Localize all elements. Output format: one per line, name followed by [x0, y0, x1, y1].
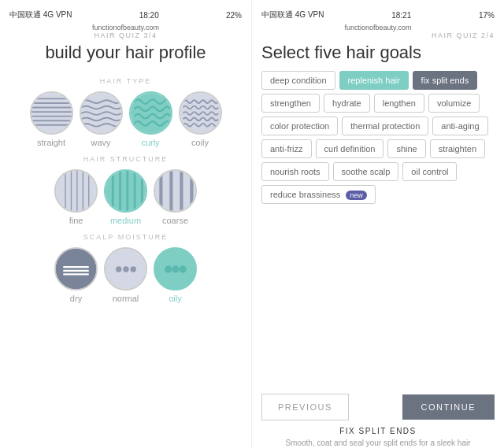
goal-shine[interactable]: shine	[387, 139, 425, 158]
hair-type-coily[interactable]: coily	[179, 91, 222, 147]
scalp-dry[interactable]: dry	[54, 247, 98, 303]
footer-desc: Smooth, coat and seal your split ends fo…	[261, 438, 495, 448]
svg-rect-17	[106, 171, 146, 211]
normal-circle	[104, 247, 147, 291]
straight-circle	[30, 91, 73, 135]
right-url: functionofbeauty.com	[261, 24, 495, 31]
left-carrier: 中国联通 4G VPN	[9, 9, 72, 20]
right-status-bar: 中国联通 4G VPN 18:21 17%	[261, 8, 495, 22]
goals-grid: deep condition replenish hair fix split …	[261, 71, 495, 204]
right-page-title: Select five hair goals	[261, 43, 495, 63]
normal-svg	[106, 249, 146, 289]
coily-label: coily	[191, 138, 209, 147]
scalp-moisture-label: SCALP MOISTURE	[83, 233, 168, 241]
hair-structure-coarse[interactable]: coarse	[154, 169, 197, 225]
left-url: functionofbeauty.com	[92, 24, 159, 31]
continue-button[interactable]: CONTINUE	[402, 394, 495, 420]
svg-point-37	[165, 266, 172, 273]
goal-anti-frizz[interactable]: anti-frizz	[261, 139, 312, 158]
goal-volumize[interactable]: volumize	[428, 94, 480, 113]
goal-strengthen[interactable]: strengthen	[261, 94, 320, 113]
previous-button[interactable]: PREVIOUS	[261, 394, 349, 420]
wavy-svg	[81, 93, 121, 133]
goal-oil-control[interactable]: oil control	[402, 162, 457, 181]
hair-type-curly[interactable]: curly	[129, 91, 172, 147]
svg-point-35	[131, 267, 136, 272]
left-battery: 22%	[226, 11, 242, 20]
goal-lengthen[interactable]: lengthen	[374, 94, 424, 113]
curly-svg	[131, 93, 171, 133]
goal-deep-condition[interactable]: deep condition	[261, 71, 335, 90]
medium-circle	[104, 169, 147, 213]
normal-label: normal	[113, 294, 139, 303]
straight-svg	[32, 93, 72, 133]
left-panel: 中国联通 4G VPN 18:20 22% functionofbeauty.c…	[0, 0, 252, 448]
straight-label: straight	[37, 138, 65, 147]
right-battery: 17%	[479, 11, 495, 20]
svg-point-34	[123, 267, 128, 272]
bottom-buttons: PREVIOUS CONTINUE	[261, 386, 495, 427]
fine-label: fine	[69, 216, 83, 225]
curly-label: curly	[141, 138, 159, 147]
goal-thermal-protection[interactable]: thermal protection	[342, 117, 428, 135]
medium-label: medium	[110, 216, 141, 225]
svg-point-39	[180, 266, 187, 273]
wavy-circle	[80, 91, 123, 135]
svg-point-33	[116, 267, 121, 272]
coarse-label: coarse	[162, 216, 188, 225]
oily-label: oily	[169, 294, 182, 303]
left-page-title: build your hair profile	[45, 43, 206, 63]
goal-anti-aging[interactable]: anti-aging	[432, 117, 487, 135]
curly-circle	[129, 91, 172, 135]
medium-svg	[106, 171, 146, 211]
goal-fix-split-ends[interactable]: fix split ends	[413, 71, 478, 90]
left-status-bar: 中国联通 4G VPN 18:20 22%	[8, 8, 243, 22]
right-time: 18:21	[391, 11, 411, 20]
coily-circle	[179, 91, 222, 135]
hair-type-straight[interactable]: straight	[30, 91, 73, 147]
coarse-circle	[154, 169, 197, 213]
goal-curl-definition[interactable]: curl definition	[316, 139, 384, 158]
hair-structure-medium[interactable]: medium	[104, 169, 147, 225]
right-panel: 中国联通 4G VPN 18:21 17% functionofbeauty.c…	[252, 0, 504, 448]
goal-hydrate[interactable]: hydrate	[324, 94, 370, 113]
coarse-svg	[155, 171, 195, 211]
hair-structure-options: fine medium	[54, 169, 197, 225]
dry-svg	[56, 249, 96, 289]
goal-straighten[interactable]: straighten	[430, 139, 485, 158]
hair-structure-label: HAIR STRUCTURE	[83, 155, 169, 163]
hair-structure-fine[interactable]: fine	[54, 169, 98, 225]
right-carrier: 中国联通 4G VPN	[261, 9, 324, 20]
hair-type-options: straight wavy	[30, 91, 222, 147]
scalp-oily[interactable]: oily	[154, 247, 197, 303]
hair-type-label: HAIR TYPE	[100, 77, 151, 85]
goal-reduce-brassiness[interactable]: reduce brassiness new	[261, 185, 376, 204]
dry-label: dry	[70, 294, 82, 303]
dry-circle	[54, 247, 98, 291]
wavy-label: wavy	[91, 138, 110, 147]
new-badge: new	[346, 191, 367, 200]
left-time: 18:20	[139, 11, 159, 20]
hair-type-wavy[interactable]: wavy	[80, 91, 123, 147]
svg-rect-11	[56, 171, 96, 211]
coily-svg	[180, 93, 220, 133]
footer-title: FIX SPLIT ENDS	[261, 427, 495, 435]
goal-nourish-roots[interactable]: nourish roots	[261, 162, 329, 181]
goal-color-protection[interactable]: color protection	[261, 117, 338, 135]
scalp-normal[interactable]: normal	[104, 247, 147, 303]
svg-rect-28	[56, 249, 96, 289]
goal-replenish-hair[interactable]: replenish hair	[339, 71, 409, 90]
fine-circle	[54, 169, 98, 213]
left-quiz-label: HAIR QUIZ 3/4	[94, 31, 157, 39]
oily-circle	[154, 247, 197, 291]
fine-svg	[56, 171, 96, 211]
right-quiz-label: HAIR QUIZ 2/4	[261, 31, 495, 39]
goal-soothe-scalp[interactable]: soothe scalp	[333, 162, 399, 181]
scalp-options: dry normal oily	[54, 247, 197, 303]
oily-svg	[155, 249, 195, 289]
svg-point-38	[172, 266, 179, 273]
